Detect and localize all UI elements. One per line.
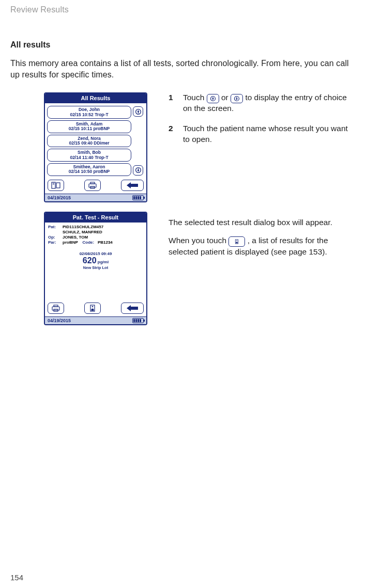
- instructions-column: 1 Touch or to display the entry of choic…: [169, 92, 357, 325]
- list-item[interactable]: Smith, Bob 02/14 11:40 Trop-T: [47, 149, 131, 162]
- svg-rect-6: [89, 184, 96, 187]
- step: 2 Touch the patient name whose result yo…: [169, 123, 357, 145]
- page-number: 154: [10, 573, 23, 582]
- scroll-down-button[interactable]: [133, 165, 143, 176]
- patient-list-icon: [228, 236, 245, 247]
- running-header: Review Results: [10, 5, 357, 14]
- battery-icon: [132, 318, 144, 323]
- scroll-up-button[interactable]: [133, 106, 143, 117]
- code-value: PB1234: [98, 240, 113, 245]
- result-value: 620: [83, 256, 97, 265]
- list-item[interactable]: Smithee, Aaron 02/14 10:50 proBNP: [47, 163, 131, 176]
- patient-list-icon-button[interactable]: [84, 303, 101, 314]
- battery-icon: [132, 195, 144, 200]
- status-bar: 04/19/2015: [45, 316, 146, 324]
- list-item[interactable]: Smith, Adam 02/15 10:11 proBNP: [47, 120, 131, 133]
- screenshots-column: All Results Doe, John 02/15 10:52 Trop-T…: [10, 92, 150, 325]
- op-label: Op:: [48, 235, 60, 240]
- par-code-row: proBNP Code: PB1234: [63, 240, 143, 245]
- result-timestamp: 02/08/2015 09:49: [48, 251, 143, 256]
- pat-label: Pat:: [48, 225, 60, 230]
- par-value: proBNP: [63, 240, 78, 245]
- qr-icon-button[interactable]: [48, 180, 64, 191]
- paragraph: When you touch , a list of results for t…: [169, 235, 357, 258]
- step: 1 Touch or to display the entry of choic…: [169, 92, 357, 114]
- status-date: 04/19/2015: [48, 318, 71, 323]
- print-icon-button[interactable]: [84, 180, 101, 191]
- svg-rect-9: [52, 307, 59, 310]
- svg-rect-10: [54, 305, 58, 307]
- back-icon-button[interactable]: [121, 180, 144, 191]
- device-test-result: Pat. Test - Result Pat:PID111SCHULZM457 …: [44, 212, 147, 325]
- step-text: Touch or to display the entry of choice …: [183, 92, 357, 114]
- print-icon-button[interactable]: [48, 303, 64, 314]
- code-label: Code:: [83, 240, 95, 245]
- step-number: 1: [169, 92, 176, 114]
- device-title: All Results: [45, 93, 146, 103]
- svg-rect-5: [56, 183, 60, 188]
- lot-note: New Strip Lot: [48, 265, 143, 270]
- svg-point-17: [236, 240, 237, 241]
- arrow-down-icon: [231, 94, 243, 103]
- back-icon-button[interactable]: [121, 303, 144, 314]
- pat-name: SCHULZ, MANFRED: [63, 230, 143, 235]
- result-unit: pg/ml: [98, 260, 109, 264]
- device-all-results: All Results Doe, John 02/15 10:52 Trop-T…: [44, 92, 147, 202]
- arrow-up-icon: [207, 94, 219, 103]
- svg-point-13: [92, 306, 94, 307]
- status-date: 04/19/2015: [48, 195, 71, 200]
- list-item[interactable]: Zend, Nora 02/15 09:40 DDimer: [47, 135, 131, 148]
- list-item[interactable]: Doe, John 02/15 10:52 Trop-T: [47, 106, 131, 119]
- par-label: Par:: [48, 240, 60, 245]
- status-bar: 04/19/2015: [45, 194, 146, 201]
- step-text: Touch the patient name whose result you …: [183, 123, 357, 145]
- section-title: All results: [10, 40, 357, 50]
- pat-id: PID111SCHULZM457: [63, 225, 143, 230]
- intro-paragraph: This memory area contains a list of all …: [10, 58, 357, 80]
- op-value: JONES, TOM: [63, 235, 143, 240]
- device-title: Pat. Test - Result: [45, 213, 146, 223]
- svg-rect-7: [90, 182, 95, 184]
- step-number: 2: [169, 123, 176, 145]
- paragraph: The selected test result dialog box will…: [169, 217, 357, 228]
- results-list: Doe, John 02/15 10:52 Trop-T Smith, Adam…: [47, 106, 131, 176]
